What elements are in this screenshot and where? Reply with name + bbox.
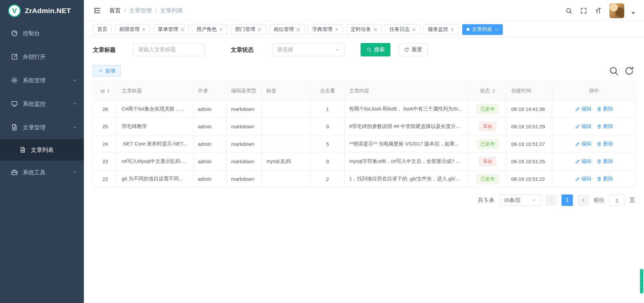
cell-tags: mysql,乱码 <box>262 153 311 170</box>
refresh-icon <box>404 47 409 52</box>
column-header-created: 创建时间 <box>507 82 552 100</box>
article-title-input[interactable] <box>133 43 205 56</box>
sidebar-item-article-management[interactable]: 文章管理 <box>0 116 84 139</box>
header-search-icon[interactable] <box>565 7 573 14</box>
menu-item-label: 系统管理 <box>23 77 46 84</box>
delete-link[interactable]: 删除 <box>597 176 613 182</box>
article-status-select[interactable]: 请选择 <box>272 43 344 56</box>
tab-close-icon[interactable] <box>494 28 498 32</box>
menu-item-label: 外部打开 <box>23 53 46 61</box>
cell-id: 24 <box>93 135 117 153</box>
tab-close-icon[interactable] <box>219 28 223 32</box>
edit-link[interactable]: 编辑 <box>575 123 591 130</box>
sidebar-item-external-open[interactable]: 外部打开 <box>0 45 84 69</box>
column-header-status[interactable]: 状态 <box>469 82 507 100</box>
page-suffix-label: 页 <box>630 197 635 204</box>
page-number-button[interactable]: 1 <box>561 194 573 206</box>
goto-page-input[interactable] <box>609 194 625 206</box>
tags-bar: 首页权限管理菜单管理用户角色部门管理岗位管理字典管理定时任务任务日志服务监控文章… <box>84 21 644 38</box>
chevron-down-icon <box>72 78 77 83</box>
tab-6[interactable]: 字典管理 <box>308 24 343 35</box>
tab-close-icon[interactable] <box>450 28 454 32</box>
tab-label: 部门管理 <box>235 26 255 33</box>
edit-label: 编辑 <box>581 106 591 112</box>
page-size-select[interactable]: 20条/页 <box>499 194 541 206</box>
cell-clicks: 0 <box>311 118 345 135</box>
edit-link[interactable]: 编辑 <box>575 141 591 147</box>
status-badge: 已发布 <box>477 104 498 114</box>
cell-author: admin <box>194 118 227 135</box>
page-size-value: 20条/页 <box>504 197 521 204</box>
sidebar-item-dashboard[interactable]: 控制台 <box>0 21 84 45</box>
user-caret-down-icon[interactable] <box>632 12 635 16</box>
tab-9[interactable]: 服务监控 <box>424 24 459 35</box>
sidebar-item-system-management[interactable]: 系统管理 <box>0 69 84 92</box>
breadcrumb-item[interactable]: 文章管理 <box>129 7 152 14</box>
column-label: 作者 <box>198 88 208 94</box>
next-page-button[interactable] <box>578 194 589 206</box>
column-header-id[interactable]: id <box>93 82 117 100</box>
cell-clicks: 2 <box>311 170 345 188</box>
tab-close-icon[interactable] <box>296 28 300 32</box>
sort-carets-icon[interactable] <box>107 88 110 94</box>
tab-2[interactable]: 菜单管理 <box>154 24 189 35</box>
tab-close-icon[interactable] <box>142 28 146 32</box>
delete-link[interactable]: 删除 <box>597 123 613 130</box>
tab-close-icon[interactable] <box>180 28 184 32</box>
prev-page-button[interactable] <box>545 194 557 206</box>
sidebar-collapse-icon[interactable] <box>93 6 101 15</box>
toggle-search-icon[interactable] <box>608 65 620 77</box>
edit-icon <box>575 106 580 112</box>
edit-link[interactable]: 编辑 <box>575 106 591 112</box>
edit-label: 编辑 <box>581 123 591 130</box>
search-button[interactable]: 搜索 <box>361 43 390 56</box>
tab-0[interactable]: 首页 <box>93 24 112 35</box>
tab-1[interactable]: 权限管理 <box>115 24 150 35</box>
tab-5[interactable]: 岗位管理 <box>269 24 305 35</box>
gear-icon <box>11 77 18 84</box>
tab-3[interactable]: 用户角色 <box>192 24 227 35</box>
column-label: 编辑器类型 <box>231 88 256 94</box>
sidebar-item-article-list[interactable]: 文章列表 <box>0 139 84 161</box>
chevron-down-icon <box>72 170 77 175</box>
font-size-icon[interactable] <box>595 7 602 14</box>
add-button[interactable]: 新增 <box>93 65 121 77</box>
cell-title: git 为不同的项目设置不同... <box>117 170 194 188</box>
column-header-tags: 标签 <box>262 82 311 100</box>
delete-link[interactable]: 删除 <box>597 106 613 112</box>
tab-close-icon[interactable] <box>412 28 416 32</box>
scrollbar-thumb[interactable] <box>640 269 643 294</box>
tab-8[interactable]: 任务日志 <box>385 24 420 35</box>
breadcrumb-item[interactable]: 首页 <box>109 7 121 14</box>
cell-status: 草稿 <box>469 153 507 170</box>
tab-close-icon[interactable] <box>373 28 377 32</box>
tab-7[interactable]: 定时任务 <box>346 24 382 35</box>
delete-link[interactable]: 删除 <box>597 158 613 165</box>
edit-link[interactable]: 编辑 <box>575 176 591 182</box>
user-avatar[interactable] <box>609 3 624 18</box>
sidebar-menu: 控制台外部打开系统管理系统监控文章管理文章列表系统工具 <box>0 21 84 184</box>
cell-tags <box>262 118 311 135</box>
fullscreen-icon[interactable] <box>580 7 587 14</box>
breadcrumb-item[interactable]: 文章列表 <box>160 7 183 14</box>
cell-clicks: 1 <box>311 100 345 118</box>
reset-button[interactable]: 重置 <box>398 43 428 56</box>
cell-created: 08-19 10:51:25 <box>507 153 552 170</box>
edit-icon <box>575 176 580 181</box>
cell-title: .NET Core 发布时提示.NET... <box>117 135 194 153</box>
sort-carets-icon[interactable] <box>492 88 495 94</box>
chevron-down-icon <box>72 101 77 106</box>
refresh-table-icon[interactable] <box>624 65 635 77</box>
tab-close-icon[interactable] <box>335 28 339 32</box>
sidebar-item-system-tools[interactable]: 系统工具 <box>0 161 84 184</box>
delete-label: 删除 <box>603 158 613 165</box>
tab-close-icon[interactable] <box>258 28 262 32</box>
tab-10[interactable]: 文章列表 <box>462 24 503 35</box>
edit-link[interactable]: 编辑 <box>575 158 591 165</box>
column-label: 点击量 <box>320 88 335 94</box>
cell-created: 08-18 14:41:36 <box>507 100 552 118</box>
sidebar-item-system-monitor[interactable]: 系统监控 <box>0 92 84 116</box>
tab-4[interactable]: 部门管理 <box>231 24 266 35</box>
breadcrumb-separator: / <box>124 7 126 14</box>
delete-link[interactable]: 删除 <box>597 141 613 147</box>
